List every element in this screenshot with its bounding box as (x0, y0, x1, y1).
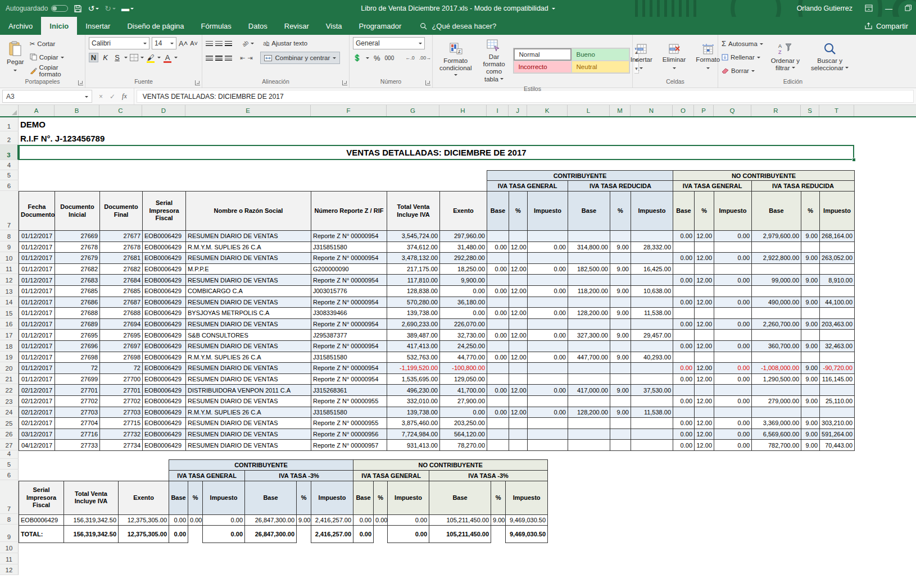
cell[interactable]: 27669 (55, 231, 100, 242)
cell[interactable]: 9.00 (610, 330, 631, 341)
cell[interactable]: 02/12/2017 (19, 407, 55, 418)
cell[interactable]: 0.00 (673, 429, 695, 440)
style-bueno[interactable]: Bueno (572, 48, 629, 61)
cell[interactable] (820, 308, 855, 319)
cell[interactable] (820, 385, 855, 396)
cell[interactable]: 9.00 (491, 514, 506, 525)
cell[interactable]: 27689 (55, 318, 100, 330)
cell[interactable] (487, 231, 509, 242)
cell[interactable]: 03/12/2017 (19, 429, 55, 440)
cell[interactable] (487, 363, 509, 374)
conditional-formatting-button[interactable]: ≠ Formatocondicional (436, 41, 475, 81)
cell[interactable]: 9.00 (297, 514, 311, 525)
cell[interactable]: 37,530.00 (631, 385, 673, 396)
cell[interactable]: 27685 (100, 285, 143, 297)
decrease-font-icon[interactable]: A˅ (190, 40, 198, 47)
cell[interactable]: 27703 (100, 407, 143, 418)
cell[interactable] (631, 373, 673, 385)
cell[interactable]: 532,763.00 (387, 352, 440, 363)
cell[interactable]: 118,200.00 (568, 285, 610, 297)
dialog-launcher-icon[interactable] (78, 80, 83, 85)
cell[interactable]: 78,270.00 (440, 440, 487, 451)
cell[interactable]: 01/12/2017 (19, 308, 55, 319)
cell[interactable]: 6,569,600.00 (752, 429, 801, 440)
cell[interactable] (714, 241, 752, 253)
cell[interactable]: 226,070.00 (440, 318, 487, 330)
cell[interactable]: J315268361 (311, 385, 387, 396)
cell[interactable]: Reporte Z N° 00000954 (311, 318, 387, 330)
cell[interactable] (714, 285, 752, 297)
cell[interactable]: 12,375,305.00 (119, 514, 169, 525)
cell[interactable]: 12.00 (509, 385, 528, 396)
cell[interactable]: 0.00 (487, 330, 509, 341)
cell[interactable]: EOB0006429 (143, 418, 186, 429)
cell[interactable]: 0.00 (714, 275, 752, 286)
column-header-D[interactable]: D (142, 105, 185, 116)
column-header-J[interactable]: J (509, 105, 527, 116)
cell[interactable] (820, 263, 855, 275)
cell[interactable]: EOB0006429 (143, 340, 186, 352)
cell[interactable]: EOB0006429 (143, 231, 186, 242)
cell[interactable]: 447,700.00 (568, 352, 610, 363)
cell[interactable]: 12.00 (695, 275, 714, 286)
cell[interactable] (610, 340, 631, 352)
cell[interactable]: 27701 (100, 385, 143, 396)
cell[interactable] (610, 231, 631, 242)
cell[interactable]: 24,250.00 (440, 340, 487, 352)
cell[interactable] (801, 352, 820, 363)
row-header-12[interactable]: 12 (0, 564, 19, 575)
cell[interactable]: RESUMEN DIARIO DE VENTAS (186, 340, 311, 352)
cell[interactable] (714, 263, 752, 275)
cell[interactable]: 27702 (100, 395, 143, 407)
cell[interactable]: 9.00 (610, 385, 631, 396)
name-box-dropdown-icon[interactable] (85, 96, 88, 99)
cell[interactable]: BYSJOYAS METRPOLIS C.A (186, 308, 311, 319)
cell[interactable] (631, 318, 673, 330)
undo-button[interactable]: ↺ (88, 4, 99, 12)
cell[interactable]: 105,211,450.00 (429, 525, 491, 543)
cell[interactable]: 0.00 (714, 340, 752, 352)
cell[interactable]: 0.00 (714, 318, 752, 330)
cell[interactable]: 0.00 (203, 525, 245, 543)
cell[interactable] (673, 308, 695, 319)
cell[interactable]: 182,500.00 (568, 263, 610, 275)
column-header-N[interactable]: N (631, 105, 673, 116)
align-top-icon[interactable] (206, 41, 213, 46)
cell[interactable] (568, 318, 610, 330)
cell[interactable]: 0.00 (673, 363, 695, 374)
column-header-S[interactable]: S (801, 105, 819, 116)
cell[interactable]: 27684 (100, 275, 143, 286)
cell[interactable] (752, 385, 801, 396)
cell[interactable]: 0.00 (440, 285, 487, 297)
cell[interactable]: 01/12/2017 (19, 275, 55, 286)
cell[interactable]: 389,487.00 (387, 330, 440, 341)
cell[interactable]: 0.00 (714, 373, 752, 385)
cell[interactable] (528, 253, 568, 264)
cell[interactable]: RESUMEN DIARIO DE VENTAS (186, 253, 311, 264)
cell[interactable]: 2,690,233.00 (387, 318, 440, 330)
cell[interactable]: Reporte Z N° 00000954 (311, 340, 387, 352)
cell[interactable] (801, 241, 820, 253)
cell[interactable] (487, 297, 509, 308)
cell[interactable] (695, 308, 714, 319)
font-color-icon[interactable]: A (163, 53, 172, 62)
cell[interactable]: 0.00 (388, 514, 429, 525)
cell[interactable] (631, 395, 673, 407)
row-header-4[interactable]: 4 (0, 450, 19, 459)
cell[interactable]: 12,375,305.00 (119, 525, 169, 543)
cell[interactable] (491, 525, 506, 543)
cell[interactable] (297, 525, 311, 543)
cell[interactable]: 27701 (55, 385, 100, 396)
cell[interactable] (528, 363, 568, 374)
cell[interactable] (801, 330, 820, 341)
cell[interactable] (610, 418, 631, 429)
column-header-R[interactable]: R (751, 105, 801, 116)
cell[interactable]: 18,250.00 (440, 263, 487, 275)
cell[interactable]: 156,319,342.50 (64, 514, 119, 525)
cell[interactable] (528, 418, 568, 429)
cell[interactable] (528, 297, 568, 308)
cell[interactable]: 128,838.00 (387, 285, 440, 297)
cell[interactable]: EOB0006429 (143, 297, 186, 308)
cell[interactable]: 0.00 (673, 340, 695, 352)
cell[interactable] (509, 395, 528, 407)
